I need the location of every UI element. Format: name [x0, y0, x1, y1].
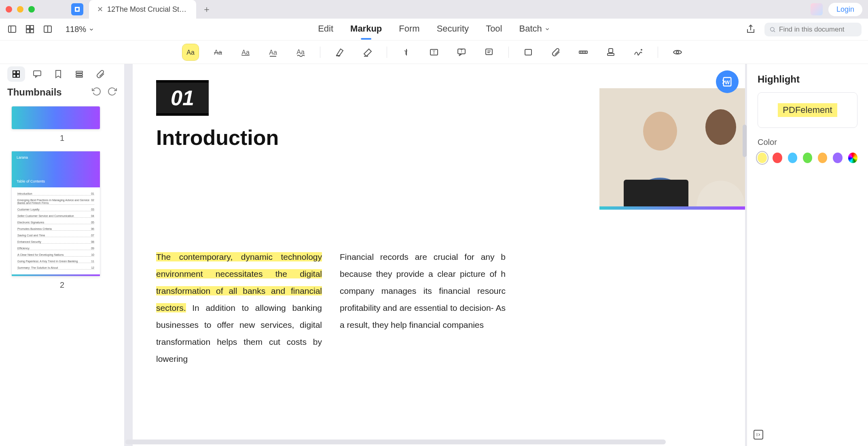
thumbnails-icon	[11, 69, 21, 79]
sidebar-title: Thumbnails	[7, 87, 62, 98]
svg-point-38	[676, 51, 679, 53]
highlight-aa-tool[interactable]: Aa	[182, 44, 199, 60]
sidebar-tab-bookmarks[interactable]	[49, 66, 67, 82]
vertical-scrollbar[interactable]	[743, 125, 747, 157]
svg-text:T: T	[404, 49, 408, 56]
maximize-window-button[interactable]	[28, 6, 35, 13]
toc-row: Emerging Best Practices in Managing Advi…	[17, 199, 94, 205]
search-box[interactable]	[764, 23, 862, 36]
menu-edit[interactable]: Edit	[318, 23, 333, 36]
close-tab-icon[interactable]: ✕	[97, 5, 103, 14]
color-swatch[interactable]	[833, 153, 842, 163]
svg-rect-45	[76, 74, 83, 75]
svg-text:Aa: Aa	[296, 49, 305, 55]
new-tab-button[interactable]: ＋	[199, 1, 215, 17]
thumbnail-label: 1	[11, 134, 113, 143]
svg-rect-0	[8, 26, 16, 32]
app-logo[interactable]	[71, 3, 83, 15]
minimize-window-button[interactable]	[17, 6, 23, 13]
convert-to-word-button[interactable]: W	[716, 70, 739, 93]
underline-aa-tool[interactable]: Aa	[237, 44, 254, 60]
thumbnail-page-1[interactable]	[11, 106, 100, 130]
menu-batch[interactable]: Batch	[519, 23, 550, 36]
signature-tool[interactable]	[630, 44, 646, 60]
color-swatch[interactable]	[818, 153, 827, 163]
svg-point-49	[705, 109, 736, 145]
toc-row: Customer Loyalty03	[17, 208, 94, 211]
menu-form[interactable]: Form	[399, 23, 419, 36]
svg-rect-34	[609, 49, 613, 53]
svg-rect-44	[76, 71, 83, 73]
strikethrough-aa-tool[interactable]: Aa	[210, 44, 226, 60]
measure-tool[interactable]	[575, 44, 591, 60]
caret-aa-tool[interactable]: Aa	[265, 44, 281, 60]
thumbnail-view-icon[interactable]	[25, 24, 36, 35]
note-tool[interactable]	[481, 44, 497, 60]
svg-rect-25	[486, 49, 492, 55]
underline-aa-icon: Aa	[241, 47, 250, 57]
color-swatch[interactable]	[758, 153, 767, 163]
login-button[interactable]: Login	[828, 3, 862, 16]
toc-row: Summary: The Solution Is About12	[17, 266, 94, 270]
sidebar-tab-layers[interactable]	[70, 66, 88, 82]
text-column-left[interactable]: The contemporary, dynamic technology env…	[156, 248, 322, 367]
sidebar-tab-comments[interactable]	[28, 66, 46, 82]
toc-row: Electronic Signatures05	[17, 221, 94, 224]
window-controls	[0, 6, 35, 13]
document-canvas[interactable]: 01 Introduction W The contemporary, dyn	[125, 64, 747, 446]
search-input[interactable]	[779, 25, 857, 34]
thumbnail-page-2[interactable]: LaranaTable of Contents Introduction01Em…	[11, 151, 100, 276]
measure-icon	[578, 47, 588, 57]
reading-view-icon[interactable]	[43, 24, 53, 35]
squiggly-aa-tool[interactable]: Aa	[292, 44, 309, 60]
toc-row: Going Paperless: A Key Trend in Green Ba…	[17, 260, 94, 263]
workspace: Thumbnails 1 LaranaTable of Contents Int…	[0, 64, 868, 446]
eraser-icon	[362, 47, 372, 57]
color-swatch[interactable]	[788, 153, 797, 163]
text-box-tool[interactable]: T	[426, 44, 442, 60]
hide-annotations-tool[interactable]	[669, 44, 686, 60]
stamp-tool[interactable]	[603, 44, 619, 60]
document-page: 01 Introduction W The contemporary, dyn	[133, 64, 745, 446]
svg-rect-4	[26, 30, 30, 33]
close-window-button[interactable]	[6, 6, 12, 13]
menu-security[interactable]: Security	[437, 23, 469, 36]
panel-toggle-icon[interactable]	[7, 24, 18, 35]
color-picker-swatch[interactable]	[848, 153, 857, 163]
thumbnail-label: 2	[11, 280, 113, 290]
hide-annotations-icon	[673, 47, 682, 57]
eraser-tool[interactable]	[359, 44, 375, 60]
toolbar-separator	[387, 47, 387, 58]
user-avatar[interactable]	[811, 3, 823, 15]
highlight-aa-icon: Aa	[186, 47, 195, 57]
area-highlight-tool[interactable]	[332, 44, 348, 60]
titlebar: ✕ 12The Most Crucial Str… ＋ Login	[0, 0, 868, 19]
rectangle-tool[interactable]	[520, 44, 536, 60]
callout-tool[interactable]: T	[453, 44, 470, 60]
horizontal-scrollbar[interactable]	[125, 440, 666, 444]
color-swatch[interactable]	[773, 153, 782, 163]
svg-rect-42	[17, 74, 19, 77]
svg-rect-35	[608, 53, 614, 55]
sidebar-tab-thumbnails[interactable]	[7, 66, 25, 82]
menu-markup[interactable]: Markup	[350, 23, 382, 36]
attachment-tool[interactable]	[548, 44, 564, 60]
color-swatch[interactable]	[803, 153, 812, 163]
rotate-cw-icon[interactable]	[107, 87, 117, 98]
menu-tool[interactable]: Tool	[486, 23, 502, 36]
signature-icon	[633, 47, 643, 57]
toc-title: Table of Contents	[17, 179, 95, 183]
collapse-panel-button[interactable]	[754, 430, 763, 440]
toc-row: Saving Cost and Time07	[17, 234, 94, 237]
share-icon[interactable]	[746, 24, 756, 35]
properties-panel: Highlight PDFelement Color	[747, 64, 868, 446]
text-cursor-tool[interactable]: T	[398, 44, 415, 60]
document-tab[interactable]: ✕ 12The Most Crucial Str…	[89, 0, 196, 19]
text-column-right[interactable]: Financial records are crucial for any b …	[340, 248, 506, 367]
strikethrough-aa-icon: Aa	[213, 47, 223, 57]
rotate-ccw-icon[interactable]	[92, 87, 102, 98]
stamp-icon	[606, 47, 616, 57]
sidebar-tab-attachments[interactable]	[91, 66, 109, 82]
zoom-dropdown[interactable]: 118%	[66, 25, 94, 34]
thumbnail-list: 1 LaranaTable of Contents Introduction01…	[0, 102, 124, 446]
